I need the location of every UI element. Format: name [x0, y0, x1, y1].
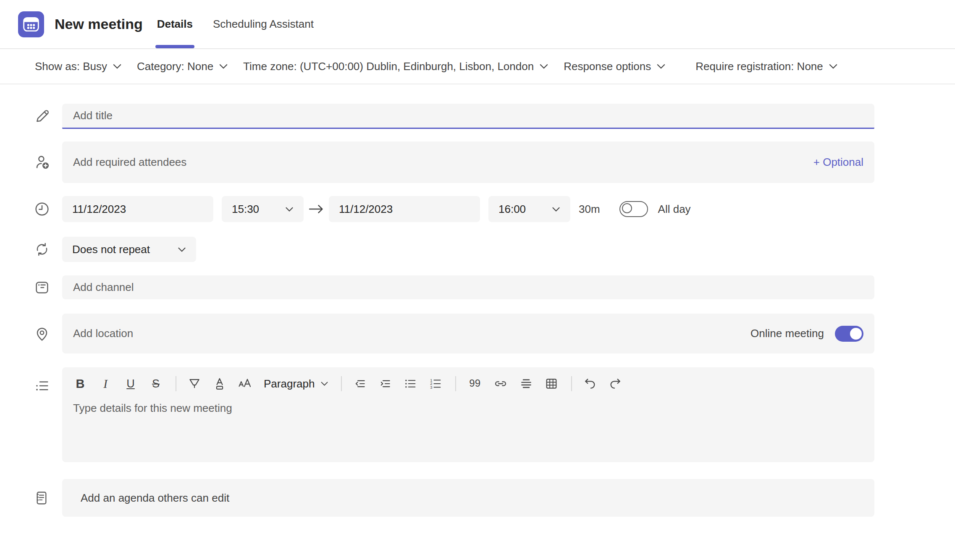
agenda-row: Add an agenda others can edit [0, 479, 955, 517]
details-list-icon [34, 377, 50, 394]
channel-field[interactable]: Add channel [62, 275, 874, 299]
editor-gutter [0, 367, 62, 462]
toggle-knob [622, 203, 632, 213]
quote-button[interactable]: 99 [467, 374, 482, 393]
table-icon [544, 377, 559, 391]
chevron-down-icon [539, 63, 548, 69]
show-as-dropdown[interactable]: Show as: Busy [35, 60, 122, 73]
time-zone-dropdown[interactable]: Time zone: (UTC+00:00) Dublin, Edinburgh… [243, 60, 548, 73]
redo-button[interactable] [608, 374, 622, 393]
tab-scheduling-assistant-label: Scheduling Assistant [213, 18, 314, 31]
category-label: Category: None [137, 60, 213, 73]
attendees-placeholder: Add required attendees [73, 156, 186, 169]
location-row: Add location Online meeting [0, 314, 955, 353]
link-button[interactable] [493, 374, 508, 393]
font-color-icon [213, 377, 227, 391]
add-optional-attendees-button[interactable]: + Optional [813, 156, 863, 169]
tab-details[interactable]: Details [155, 0, 194, 48]
underline-button[interactable]: U [123, 374, 138, 393]
response-options-dropdown[interactable]: Response options [564, 60, 666, 73]
tab-scheduling-assistant[interactable]: Scheduling Assistant [211, 0, 315, 48]
title-input[interactable] [62, 104, 874, 129]
indent-icon [378, 377, 392, 391]
chevron-down-icon [829, 63, 838, 69]
highlight-button[interactable] [187, 374, 202, 393]
repeat-gutter [0, 237, 62, 262]
svg-text:3: 3 [430, 385, 433, 390]
underline-icon: U [126, 377, 135, 390]
clock-icon [34, 201, 50, 217]
required-attendees-field[interactable]: Add required attendees + Optional [62, 141, 874, 183]
agenda-field[interactable]: Add an agenda others can edit [62, 479, 874, 517]
calendar-app-icon [18, 11, 44, 37]
numbered-list-icon: 1 2 3 [428, 377, 443, 391]
start-time-dropdown[interactable]: 15:30 [222, 196, 304, 222]
details-text-area[interactable]: Type details for this new meeting [62, 393, 874, 452]
tab-bar: Details Scheduling Assistant [155, 0, 315, 48]
end-time-dropdown[interactable]: 16:00 [488, 196, 570, 222]
title-gutter [0, 104, 62, 129]
undo-icon [583, 377, 597, 391]
repeat-row: Does not repeat [0, 237, 955, 262]
italic-icon: I [103, 377, 108, 391]
agenda-notepad-icon [34, 489, 50, 506]
chevron-down-icon [219, 63, 228, 69]
font-size-icon [238, 377, 253, 391]
end-time-value: 16:00 [498, 203, 526, 216]
horizontal-rule-icon [519, 377, 533, 391]
bullet-list-button[interactable] [403, 374, 417, 393]
strikethrough-button[interactable]: S [149, 374, 163, 393]
font-color-button[interactable] [213, 374, 227, 393]
undo-button[interactable] [583, 374, 597, 393]
meeting-details-editor: B I U S [62, 367, 874, 462]
svg-text:99: 99 [470, 377, 481, 389]
duration-label: 30m [579, 203, 600, 216]
bullet-list-icon [403, 377, 417, 391]
pencil-icon [34, 108, 50, 125]
numbered-list-button[interactable]: 1 2 3 [428, 374, 443, 393]
chevron-down-icon [656, 63, 666, 69]
channel-row: Add channel [0, 275, 955, 299]
editor-toolbar: B I U S [62, 367, 874, 393]
toolbar-separator [455, 376, 456, 391]
insert-table-button[interactable] [544, 374, 559, 393]
highlighter-icon [187, 377, 202, 391]
horizontal-rule-button[interactable] [519, 374, 533, 393]
page-title: New meeting [55, 16, 143, 32]
datetime-gutter [0, 196, 62, 222]
require-registration-label: Require registration: None [695, 60, 823, 73]
bold-button[interactable]: B [73, 374, 87, 393]
location-gutter [0, 314, 62, 353]
location-pin-icon [34, 325, 50, 342]
repeat-value: Does not repeat [72, 243, 150, 256]
link-icon [493, 377, 508, 391]
redo-icon [608, 377, 622, 391]
response-options-label: Response options [564, 60, 651, 73]
repeat-icon [34, 241, 50, 258]
indent-button[interactable] [378, 374, 392, 393]
toolbar-separator [571, 376, 572, 391]
chevron-down-icon [320, 381, 328, 386]
location-field[interactable]: Add location Online meeting [62, 314, 874, 353]
end-date-input[interactable]: 11/12/2023 [329, 196, 480, 222]
all-day-toggle[interactable] [619, 201, 648, 217]
chevron-down-icon [552, 207, 560, 212]
start-date-input[interactable]: 11/12/2023 [62, 196, 213, 222]
italic-button[interactable]: I [98, 374, 113, 393]
end-date-value: 11/12/2023 [339, 203, 393, 216]
agenda-placeholder: Add an agenda others can edit [81, 492, 229, 505]
outdent-button[interactable] [353, 374, 367, 393]
paragraph-style-dropdown[interactable]: Paragraph [264, 374, 328, 393]
show-as-label: Show as: Busy [35, 60, 107, 73]
title-row [0, 104, 955, 129]
online-meeting-toggle[interactable] [835, 326, 863, 342]
repeat-dropdown[interactable]: Does not repeat [62, 237, 196, 262]
attendees-gutter [0, 141, 62, 183]
category-dropdown[interactable]: Category: None [137, 60, 228, 73]
chevron-down-icon [113, 63, 122, 69]
quote-icon: 99 [467, 377, 482, 391]
online-meeting-label: Online meeting [750, 327, 824, 340]
require-registration-dropdown[interactable]: Require registration: None [695, 60, 838, 73]
font-size-button[interactable] [238, 374, 253, 393]
outdent-icon [353, 377, 367, 391]
